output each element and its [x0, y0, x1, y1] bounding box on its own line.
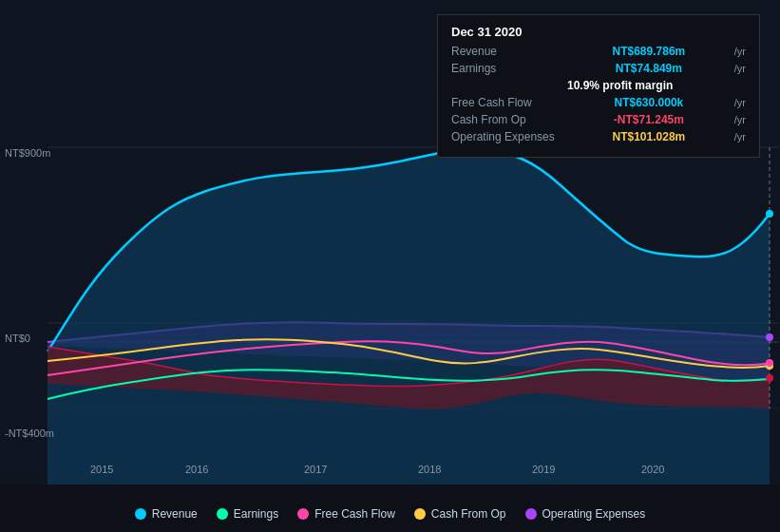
x-label-2018: 2018	[418, 464, 441, 475]
legend-fcf-label: Free Cash Flow	[314, 507, 395, 521]
legend-opex-dot	[525, 508, 537, 520]
tooltip-revenue-label: Revenue	[451, 45, 565, 58]
tooltip-cashop-label: Cash From Op	[451, 113, 565, 126]
legend-revenue[interactable]: Revenue	[135, 507, 198, 521]
x-label-2017: 2017	[304, 464, 327, 475]
chart-container: NT$900m NT$0 -NT$400m 2015 2016 2017 201…	[0, 0, 780, 532]
tooltip-earnings-row: Earnings NT$74.849m /yr	[451, 62, 746, 75]
tooltip-opex-row: Operating Expenses NT$101.028m /yr	[451, 130, 746, 143]
svg-point-9	[766, 374, 773, 382]
tooltip-fcf-unit: /yr	[734, 97, 746, 108]
tooltip-earnings-value: NT$74.849m	[616, 62, 682, 75]
tooltip-revenue-row: Revenue NT$689.786m /yr	[451, 45, 746, 58]
y-label-top: NT$900m	[5, 147, 50, 159]
x-label-2015: 2015	[90, 464, 113, 475]
svg-point-6	[766, 210, 773, 218]
tooltip-opex-label: Operating Expenses	[451, 130, 565, 143]
svg-point-10	[766, 333, 773, 341]
svg-point-8	[766, 359, 773, 367]
tooltip-title: Dec 31 2020	[451, 25, 746, 39]
y-label-mid: NT$0	[5, 332, 30, 344]
tooltip-opex-unit: /yr	[734, 131, 746, 142]
x-label-2016: 2016	[185, 464, 208, 475]
tooltip-cashop-unit: /yr	[734, 114, 746, 125]
x-label-2019: 2019	[532, 464, 555, 475]
legend-cashop[interactable]: Cash From Op	[414, 507, 506, 521]
legend-opex[interactable]: Operating Expenses	[525, 507, 646, 521]
legend-fcf-dot	[297, 508, 309, 520]
legend-earnings-label: Earnings	[234, 507, 278, 521]
legend-opex-label: Operating Expenses	[542, 507, 646, 521]
tooltip-margin: 10.9% profit margin	[451, 79, 746, 92]
legend-fcf[interactable]: Free Cash Flow	[297, 507, 395, 521]
tooltip-earnings-label: Earnings	[451, 62, 565, 75]
tooltip-fcf-value: NT$630.000k	[615, 96, 684, 109]
tooltip-revenue-value: NT$689.786m	[613, 45, 686, 58]
tooltip-opex-value: NT$101.028m	[613, 130, 686, 143]
legend-revenue-label: Revenue	[152, 507, 198, 521]
chart-tooltip: Dec 31 2020 Revenue NT$689.786m /yr Earn…	[437, 14, 760, 158]
tooltip-cashop-value: -NT$71.245m	[614, 113, 684, 126]
tooltip-earnings-unit: /yr	[734, 63, 746, 74]
legend-earnings[interactable]: Earnings	[217, 507, 278, 521]
tooltip-revenue-unit: /yr	[734, 46, 746, 57]
tooltip-cashop-row: Cash From Op -NT$71.245m /yr	[451, 113, 746, 126]
tooltip-fcf-label: Free Cash Flow	[451, 96, 565, 109]
x-label-2020: 2020	[641, 464, 664, 475]
y-label-bottom: -NT$400m	[5, 428, 54, 439]
legend-earnings-dot	[217, 508, 228, 520]
chart-legend: Revenue Earnings Free Cash Flow Cash Fro…	[0, 507, 780, 521]
tooltip-fcf-row: Free Cash Flow NT$630.000k /yr	[451, 96, 746, 109]
legend-cashop-dot	[414, 508, 426, 520]
legend-cashop-label: Cash From Op	[431, 507, 506, 521]
legend-revenue-dot	[135, 508, 146, 520]
